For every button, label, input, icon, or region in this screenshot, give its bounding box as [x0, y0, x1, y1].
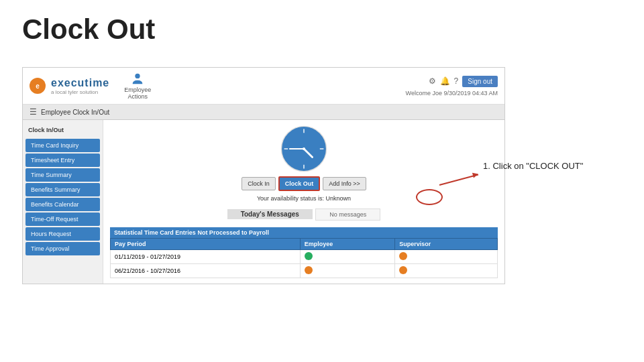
cell-employee	[300, 250, 394, 264]
svg-point-0	[136, 74, 140, 78]
logo-sub: a local tyler solution	[51, 89, 98, 95]
logo-brand: executime	[51, 77, 109, 89]
clock-out-button[interactable]: Clock Out	[278, 176, 321, 191]
breadcrumb-bar: ☰ Employee Clock In/Out	[23, 105, 504, 120]
sidebar-item[interactable]: Time Summary	[25, 168, 100, 182]
clock-buttons: Clock In Clock Out Add Info >>	[241, 176, 366, 191]
status-employee-icon	[305, 266, 313, 274]
clock-section: Clock In Clock Out Add Info >> Your avai…	[110, 125, 498, 202]
cell-period: 06/21/2016 - 10/27/2016	[111, 264, 301, 278]
employee-icon	[130, 72, 145, 86]
cell-supervisor	[395, 250, 498, 264]
no-messages: No messages	[315, 208, 380, 221]
status-supervisor-icon	[399, 266, 407, 274]
messages-section: Today's Messages No messages	[110, 207, 498, 222]
app-container: e executime a local tyler solution Emplo…	[22, 67, 505, 284]
header-icons: ⚙ 🔔 ? Sign out	[429, 76, 498, 87]
breadcrumb-text: Employee Clock In/Out	[41, 109, 109, 116]
status-employee-icon	[305, 252, 313, 260]
signout-button[interactable]: Sign out	[462, 76, 498, 87]
sidebar-item[interactable]: Benefits Summary	[25, 183, 100, 196]
instruction-step: 1.	[483, 161, 490, 171]
col-employee: Employee	[300, 239, 394, 250]
sidebar-item[interactable]: Timesheet Entry	[25, 154, 100, 167]
header-right: ⚙ 🔔 ? Sign out Welcome Joe 9/30/2019 04:…	[406, 76, 498, 97]
table-row: 06/21/2016 - 10/27/2016	[111, 264, 498, 278]
sidebar-item[interactable]: Time-Off Request	[25, 213, 100, 226]
instruction-area: 1. Click on "CLOCK OUT"	[483, 161, 624, 171]
col-pay-period: Pay Period	[111, 239, 301, 250]
status-text: Your availability status is: Unknown	[257, 195, 351, 202]
cell-employee	[300, 264, 394, 278]
sidebar-title: Clock In/Out	[23, 124, 103, 137]
add-info-button[interactable]: Add Info >>	[323, 177, 366, 190]
sidebar-item[interactable]: Time Card Inquiry	[25, 139, 100, 152]
instruction-text: Click on "CLOCK OUT"	[492, 161, 583, 171]
bell-icon[interactable]: 🔔	[440, 76, 450, 86]
table-section: Statistical Time Card Entries Not Proces…	[110, 227, 498, 278]
data-table: Pay Period Employee Supervisor 01/11/201…	[110, 238, 498, 278]
logo-icon: e	[30, 78, 46, 94]
status-supervisor-icon	[399, 252, 407, 260]
sidebar-item[interactable]: Hours Request	[25, 227, 100, 241]
table-title: Statistical Time Card Entries Not Proces…	[110, 227, 498, 238]
employee-actions[interactable]: EmployeeActions	[124, 72, 151, 100]
main-content: Clock In Clock Out Add Info >> Your avai…	[103, 120, 504, 284]
cell-supervisor	[395, 264, 498, 278]
analog-clock	[280, 125, 327, 172]
sidebar: Clock In/Out Time Card InquiryTimesheet …	[23, 120, 103, 284]
gear-icon[interactable]: ⚙	[429, 76, 436, 86]
table-row: 01/11/2019 - 01/27/2019	[111, 250, 498, 264]
employee-label: EmployeeActions	[124, 86, 151, 100]
content-area: Clock In/Out Time Card InquiryTimesheet …	[23, 120, 504, 284]
page-title: Clock Out	[22, 13, 155, 46]
logo-area: e executime a local tyler solution Emplo…	[30, 72, 151, 100]
breadcrumb-icon: ☰	[30, 107, 37, 117]
cell-period: 01/11/2019 - 01/27/2019	[111, 250, 301, 264]
help-icon[interactable]: ?	[454, 76, 459, 86]
clock-in-button[interactable]: Clock In	[241, 177, 276, 190]
header-bar: e executime a local tyler solution Emplo…	[23, 68, 504, 105]
table-body: 01/11/2019 - 01/27/201906/21/2016 - 10/2…	[111, 250, 498, 278]
sidebar-items: Time Card InquiryTimesheet EntryTime Sum…	[23, 139, 103, 255]
sidebar-item[interactable]: Benefits Calendar	[25, 198, 100, 211]
messages-title: Today's Messages	[227, 209, 313, 219]
sidebar-item[interactable]: Time Approval	[25, 242, 100, 255]
logo-text: executime a local tyler solution	[51, 77, 109, 95]
welcome-text: Welcome Joe 9/30/2019 04:43 AM	[406, 90, 498, 97]
col-supervisor: Supervisor	[395, 239, 498, 250]
